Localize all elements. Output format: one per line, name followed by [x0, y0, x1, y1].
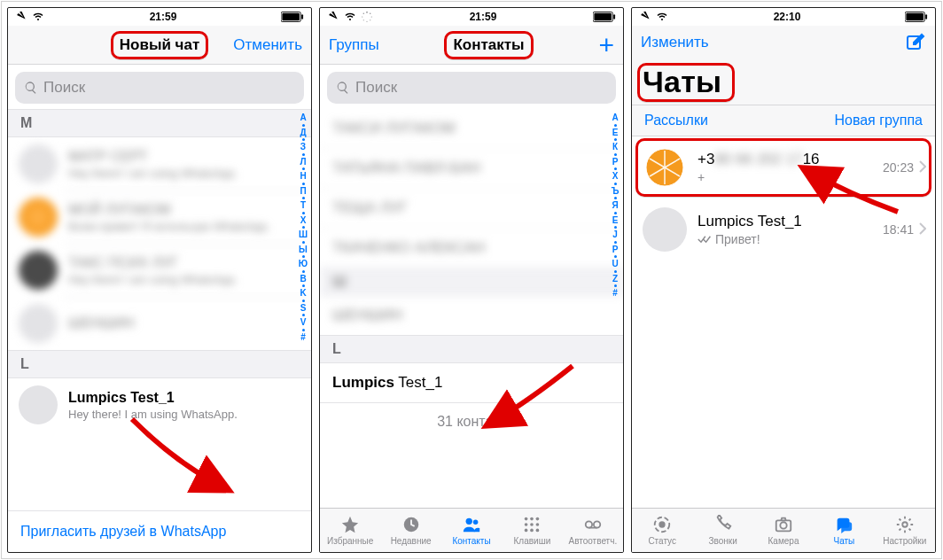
- svg-point-44: [780, 522, 786, 528]
- content-area: ТАКСИ ЛУГАКОМ ТАТЬЯНА ПАВЛ-БАН ТЕЩА ЛУГ …: [320, 109, 623, 508]
- section-label: Ш: [320, 268, 623, 296]
- contact-row[interactable]: МАТР СЕРТHey there! I am using WhatsApp.: [8, 137, 311, 191]
- contact-row[interactable]: ТАКСИ ЛУГАКОМ: [320, 109, 623, 148]
- compose-button[interactable]: [905, 32, 926, 53]
- status-bar: 21:59: [8, 8, 311, 26]
- svg-point-20: [525, 523, 528, 526]
- navbar: Новый чат Отменить: [8, 26, 311, 65]
- nav-title: Новый чат: [120, 36, 199, 53]
- svg-point-6: [370, 19, 370, 20]
- svg-point-27: [594, 521, 600, 527]
- broadcasts-link[interactable]: Рассылки: [644, 113, 708, 128]
- status-bar: 22:10: [632, 8, 935, 26]
- contact-row[interactable]: ТКАЧЕНКО АЛЕКСАН: [320, 228, 623, 268]
- search-placeholder: Поиск: [355, 79, 397, 97]
- index-bar[interactable]: АДЗЛНПТХШЫЮBKSV#: [297, 113, 309, 507]
- status-icon: [651, 515, 674, 534]
- contact-row[interactable]: ТЕЩА ЛУГ: [320, 188, 623, 228]
- chat-time: 20:23: [883, 160, 914, 175]
- search-icon: [24, 81, 38, 95]
- chat-row[interactable]: +380 66 202 1716 + 20:23: [632, 136, 935, 198]
- svg-point-19: [536, 517, 540, 521]
- tab-recents[interactable]: Недавние: [380, 509, 440, 552]
- chat-row[interactable]: Lumpics Test_1 Привет! 18:41: [632, 198, 935, 261]
- clock-icon: [400, 515, 423, 534]
- chat-title: +380 66 202 1716: [698, 151, 883, 168]
- cancel-button[interactable]: Отменить: [231, 36, 302, 54]
- tab-keypad[interactable]: Клавиши: [502, 509, 562, 552]
- avatar: [19, 144, 58, 183]
- svg-point-9: [362, 16, 362, 17]
- avatar: [19, 385, 58, 424]
- gear-icon: [893, 515, 916, 534]
- search-placeholder: Поиск: [43, 79, 85, 97]
- tab-favorites[interactable]: Избранные: [320, 509, 380, 552]
- svg-rect-31: [925, 14, 927, 19]
- chat-subtitle: Привет!: [698, 232, 883, 246]
- chat-title: Lumpics Test_1: [698, 213, 883, 230]
- svg-rect-1: [282, 13, 300, 20]
- contact-row[interactable]: Lumpics Test_1Hey there! I am using What…: [8, 378, 311, 432]
- invite-friends-link[interactable]: Пригласить друзей в WhatsApp: [8, 510, 311, 552]
- edit-button[interactable]: Изменить: [641, 34, 709, 51]
- svg-point-4: [370, 13, 370, 14]
- navbar: Изменить: [632, 26, 935, 59]
- screen-contacts: 21:59 Группы Контакты + Поиск ТАКСИ ЛУГА…: [319, 7, 624, 553]
- svg-point-15: [466, 518, 472, 525]
- groups-button[interactable]: Группы: [329, 36, 379, 54]
- voicemail-icon: [581, 515, 604, 534]
- nav-title: Контакты: [453, 36, 524, 53]
- search-icon: [336, 81, 350, 95]
- tab-chats[interactable]: Чаты: [814, 509, 874, 552]
- contact-row[interactable]: МОЙ ЛУГАКОМВсем привет! Я использую What…: [8, 191, 311, 244]
- contact-row[interactable]: ТАТЬЯНА ПАВЛ-БАН: [320, 148, 623, 188]
- tab-bar: Избранные Недавние Контакты Клавиши Авто…: [320, 508, 623, 552]
- contacts-icon: [460, 515, 483, 534]
- airplane-icon: [15, 12, 27, 22]
- svg-point-25: [536, 529, 540, 533]
- contact-row[interactable]: ТАКС ПСИХ ЛУГHey there! I am using Whats…: [8, 244, 311, 297]
- svg-rect-12: [594, 13, 612, 20]
- tab-contacts[interactable]: Контакты: [441, 509, 502, 552]
- keypad-icon: [520, 515, 543, 534]
- svg-point-5: [371, 16, 372, 17]
- new-group-link[interactable]: Новая группа: [834, 113, 923, 128]
- svg-point-42: [659, 522, 665, 527]
- contact-row[interactable]: ШЕНШИН: [8, 297, 311, 350]
- contact-row[interactable]: Lumpics Test_1: [320, 363, 623, 402]
- status-bar: 21:59: [320, 8, 623, 26]
- svg-point-23: [525, 529, 528, 533]
- add-contact-button[interactable]: +: [598, 37, 614, 53]
- tab-settings[interactable]: Настройки: [875, 509, 935, 552]
- contact-count: 31 контакт: [320, 402, 623, 440]
- avatar: [19, 251, 58, 290]
- avatar: [19, 304, 58, 343]
- status-time: 21:59: [150, 11, 177, 23]
- read-receipt-icon: [698, 234, 712, 245]
- svg-point-8: [363, 19, 364, 20]
- tab-calls[interactable]: Звонки: [692, 509, 752, 552]
- tab-voicemail[interactable]: Автоответч.: [563, 509, 623, 552]
- avatar: [19, 198, 58, 237]
- search-bar[interactable]: Поиск: [327, 72, 616, 104]
- screen-chats: 22:10 Изменить Чаты Рассылки Новая групп…: [631, 7, 936, 553]
- phone-icon: [712, 515, 735, 534]
- content-area: +380 66 202 1716 + 20:23 Lum: [632, 136, 935, 508]
- svg-point-22: [536, 523, 540, 526]
- tab-status[interactable]: Статус: [632, 509, 692, 552]
- chat-subtitle: +: [698, 170, 883, 184]
- chevron-right-icon: [919, 160, 926, 175]
- svg-point-16: [473, 520, 479, 525]
- content-area: М МАТР СЕРТHey there! I am using WhatsAp…: [8, 109, 311, 510]
- svg-point-10: [363, 13, 364, 14]
- index-bar[interactable]: АЕКРХЪЯEJPUZ#: [609, 113, 621, 504]
- search-bar[interactable]: Поиск: [15, 72, 304, 104]
- svg-point-45: [902, 522, 908, 527]
- tab-bar: Статус Звонки Камера Чаты Настройки: [632, 508, 935, 552]
- tab-camera[interactable]: Камера: [753, 509, 814, 552]
- svg-rect-2: [301, 14, 303, 19]
- status-time: 22:10: [774, 11, 801, 23]
- contact-row[interactable]: ШЕНШИН: [320, 296, 623, 335]
- status-time: 21:59: [470, 11, 497, 23]
- svg-point-18: [531, 517, 534, 521]
